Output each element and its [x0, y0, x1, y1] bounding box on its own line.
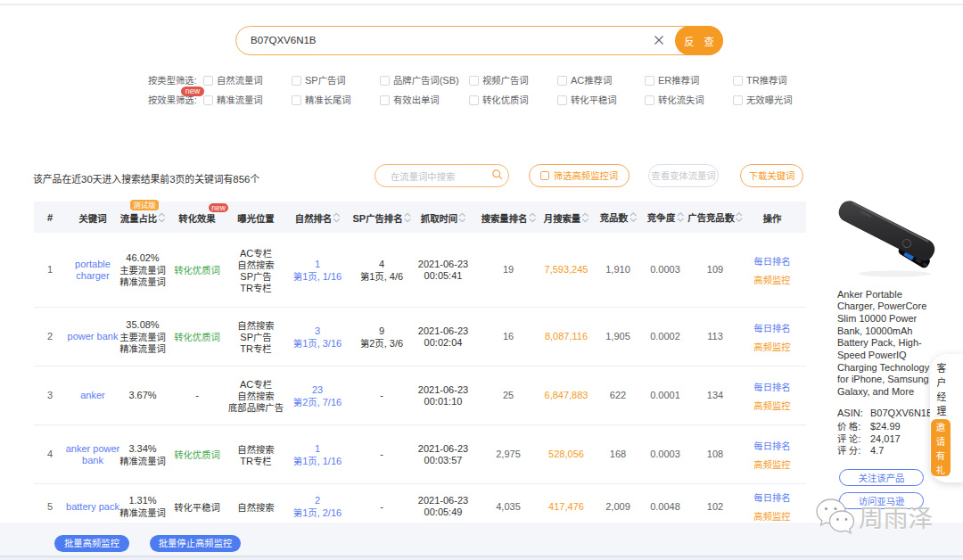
svg-text:周雨泽: 周雨泽 [859, 498, 933, 534]
